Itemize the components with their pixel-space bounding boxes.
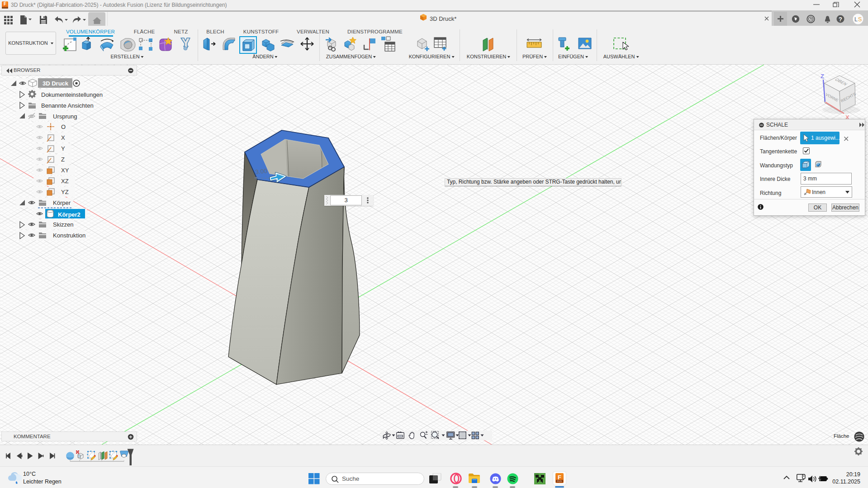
svg-text:Z: Z (61, 156, 65, 163)
svg-text:3D Druck: 3D Druck (43, 80, 69, 87)
svg-text:?: ? (839, 16, 842, 23)
svg-text:X: X (61, 134, 65, 141)
svg-text:3D Druck*: 3D Druck* (430, 15, 456, 22)
svg-text:Skizzen: Skizzen (53, 221, 74, 228)
svg-text:Z: Z (821, 73, 824, 80)
svg-text:Ursprung: Ursprung (53, 113, 77, 120)
svg-text:XY: XY (61, 167, 69, 174)
svg-text:Körper: Körper (53, 199, 71, 206)
svg-text:Körper2: Körper2 (58, 211, 81, 218)
svg-text:YZ: YZ (61, 189, 69, 195)
svg-text:3.00: 3.00 (255, 167, 268, 175)
svg-text:L: L (854, 16, 858, 23)
svg-text:Konstruktion: Konstruktion (53, 232, 85, 239)
svg-text:Benannte Ansichten: Benannte Ansichten (41, 102, 94, 109)
svg-text:Y: Y (61, 145, 65, 152)
svg-text:S: S (858, 16, 862, 23)
svg-text:O: O (61, 123, 66, 130)
svg-text:XZ: XZ (61, 178, 69, 185)
svg-text:Dokumenteinstellungen: Dokumenteinstellungen (41, 91, 103, 98)
